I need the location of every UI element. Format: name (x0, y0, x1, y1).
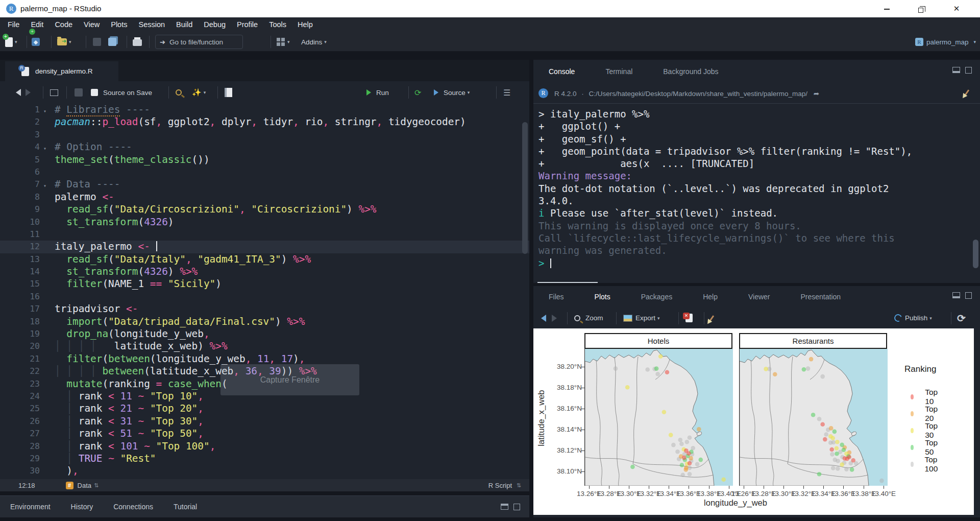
minimize-pane-icon[interactable] (952, 67, 960, 73)
open-file-button[interactable]: ▾ (57, 32, 71, 52)
code-line-9[interactable]: 9 read_sf("Data/Circoscrizioni", "Circos… (0, 203, 529, 216)
restore-pane-icon[interactable] (501, 504, 508, 510)
menu-debug[interactable]: Debug (198, 17, 231, 32)
code-line-20[interactable]: 20│ │ │ │ latitude_x_web) %>% (0, 340, 529, 352)
project-menu-button[interactable]: R palermo_map ▾ (915, 32, 976, 52)
code-line-11[interactable]: 11 (0, 228, 529, 241)
menu-edit[interactable]: Edit (25, 17, 49, 32)
run-button[interactable]: Run (366, 81, 389, 104)
close-button[interactable]: ✕ (945, 0, 968, 17)
code-line-2[interactable]: 2pacman::p_load(sf, ggplot2, dplyr, tidy… (0, 116, 529, 128)
code-line-26[interactable]: 26 │ rank < 31 ~ "Top 30", (0, 415, 529, 428)
restore-button[interactable] (909, 0, 933, 17)
tab-environment[interactable]: Environment (10, 503, 51, 511)
code-line-21[interactable]: 21 filter(between(longitude_y_web, 11, 1… (0, 353, 529, 365)
goto-directory-icon[interactable]: ➦ (814, 90, 819, 98)
clear-plots-button[interactable] (711, 307, 713, 328)
tab-files[interactable]: Files (549, 293, 564, 301)
workspace-panes-button[interactable]: ▾ (277, 32, 290, 52)
document-outline-button[interactable]: ☰ (503, 81, 510, 104)
code-line-7[interactable]: 7▾# Data ---- (0, 178, 529, 191)
menu-code[interactable]: Code (49, 17, 78, 32)
tab-tutorial[interactable]: Tutorial (174, 503, 197, 511)
code-line-19[interactable]: 19 drop_na(longitude_y_web, (0, 328, 529, 340)
source-on-save-checkbox[interactable] (91, 81, 98, 104)
back-button[interactable] (12, 81, 21, 104)
new-file-button[interactable]: ▾ (5, 32, 17, 52)
refresh-plot-button[interactable]: ⟳ (957, 307, 966, 328)
find-replace-button[interactable] (176, 81, 182, 104)
new-project-button[interactable]: ◆ (32, 32, 40, 52)
save-button[interactable] (93, 32, 101, 52)
menu-file[interactable]: File (2, 17, 25, 32)
code-line-12[interactable]: 12italy_palermo <- (0, 241, 529, 253)
code-line-27[interactable]: 27 │ rank < 51 ~ "Top 50", (0, 428, 529, 440)
forward-button[interactable] (26, 81, 34, 104)
print-button[interactable] (133, 32, 142, 52)
code-line-15[interactable]: 15 filter(NAME_1 == "Sicily") (0, 278, 529, 290)
menu-plots[interactable]: Plots (105, 17, 133, 32)
maximize-pane-icon[interactable] (513, 504, 520, 510)
code-line-1[interactable]: 1▾# Libraries ---- (0, 104, 529, 116)
code-line-13[interactable]: 13 read_sf("Data/Italy", "gadm41_ITA_3")… (0, 253, 529, 266)
editor-scrollbar[interactable] (522, 122, 528, 254)
source-button[interactable]: Source▾ (434, 81, 470, 104)
tab-terminal[interactable]: Terminal (605, 67, 632, 76)
save-file-button[interactable] (75, 81, 83, 104)
code-line-10[interactable]: 10 st_transform(4326) (0, 216, 529, 228)
menu-view[interactable]: View (78, 17, 105, 32)
compile-report-button[interactable] (225, 81, 232, 104)
code-line-17[interactable]: 17tripadvisor <- (0, 303, 529, 315)
publish-button[interactable]: Publish▾ (894, 307, 932, 328)
menu-session[interactable]: Session (133, 17, 170, 32)
menu-profile[interactable]: Profile (231, 17, 263, 32)
maximize-pane-icon[interactable] (965, 292, 972, 299)
clear-console-icon[interactable] (965, 89, 969, 96)
menu-tools[interactable]: Tools (263, 17, 292, 32)
editor-tab-density-palermo[interactable]: density_palermo.R (5, 61, 118, 81)
code-line-6[interactable]: 6 (0, 166, 529, 178)
code-line-4[interactable]: 4▾# Option ---- (0, 141, 529, 153)
tab-help[interactable]: Help (703, 293, 718, 301)
tab-packages[interactable]: Packages (641, 293, 672, 301)
remove-plot-button[interactable] (685, 307, 693, 328)
zoom-plot-button[interactable]: Zoom (574, 307, 603, 328)
minimize-button[interactable] (875, 0, 898, 17)
code-line-16[interactable]: 16 (0, 291, 529, 303)
code-line-3[interactable]: 3 (0, 129, 529, 141)
code-line-18[interactable]: 18 import("Data/tripad_data/Final.csv") … (0, 316, 529, 328)
console-output[interactable]: > italy_palermo %>%+ ggplot() ++ geom_sf… (538, 108, 967, 269)
section-selector[interactable]: Data (78, 482, 91, 489)
tab-viewer[interactable]: Viewer (748, 293, 770, 301)
previous-plot-button[interactable] (537, 307, 546, 328)
goto-file-function-input[interactable]: ➔ Go to file/function (155, 35, 243, 49)
minimize-pane-icon[interactable] (952, 292, 960, 298)
tab-console[interactable]: Console (549, 67, 575, 76)
code-editor[interactable]: 1▾# Libraries ----2pacman::p_load(sf, gg… (0, 104, 529, 479)
tab-plots[interactable]: Plots (595, 293, 610, 301)
addins-button[interactable]: Addins▾ (301, 32, 327, 52)
tab-connections[interactable]: Connections (113, 503, 153, 511)
next-plot-button[interactable] (552, 307, 560, 328)
tab-presentation[interactable]: Presentation (801, 293, 841, 301)
save-all-button[interactable] (108, 32, 116, 52)
code-line-30[interactable]: 30 ), (0, 465, 529, 477)
rerun-button[interactable]: ⟳ (414, 81, 421, 104)
code-line-25[interactable]: 25 │ rank < 21 ~ "Top 20", (0, 402, 529, 415)
tab-history[interactable]: History (71, 503, 93, 511)
maximize-pane-icon[interactable] (965, 67, 972, 74)
code-line-28[interactable]: 28 │ rank < 101 ~ "Top 100", (0, 440, 529, 453)
console-scrollbar[interactable] (973, 240, 978, 268)
menu-help[interactable]: Help (292, 17, 318, 32)
code-line-5[interactable]: 5theme_set(theme_classic()) (0, 154, 529, 166)
tab-background-jobs[interactable]: Background Jobs (663, 67, 718, 76)
menu-build[interactable]: Build (170, 17, 198, 32)
code-line-8[interactable]: 8palermo <- (0, 191, 529, 203)
code-tools-button[interactable]: ✨▾ (192, 81, 206, 104)
popout-button[interactable] (50, 81, 58, 104)
code-line-14[interactable]: 14 st_transform(4326) %>% (0, 266, 529, 278)
export-plot-button[interactable]: Export▾ (623, 307, 660, 328)
working-directory[interactable]: C:/Users/hategeki/Desktop/Markdown/share… (589, 90, 807, 98)
code-line-29[interactable]: 29 │ TRUE ~ "Rest" (0, 453, 529, 465)
file-type-selector[interactable]: R Script (488, 482, 512, 489)
